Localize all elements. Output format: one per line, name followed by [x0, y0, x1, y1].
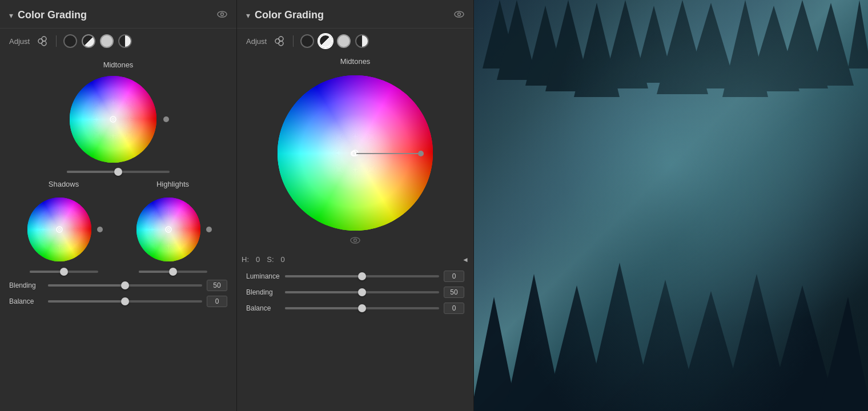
panel1-adjust-row: Adjust — [0, 29, 236, 54]
panel1-blending-slider[interactable] — [48, 284, 202, 287]
panel2-content: Midtones H: — [237, 54, 473, 411]
midtones-lum-slider[interactable] — [67, 171, 170, 173]
midtones-wheel[interactable] — [67, 74, 159, 165]
panel2-visibility-icon[interactable] — [454, 10, 464, 21]
svg-point-10 — [351, 237, 360, 243]
panel2-luminance-label: Luminance — [246, 272, 280, 280]
svg-marker-16 — [545, 0, 591, 91]
svg-marker-13 — [483, 0, 517, 68]
highlights-btn[interactable] — [100, 34, 114, 48]
highlights-handle[interactable] — [206, 227, 212, 232]
adjust-icon[interactable] — [37, 36, 49, 46]
svg-point-1 — [221, 13, 224, 15]
panel1-blending-value[interactable]: 50 — [207, 280, 227, 291]
svg-marker-35 — [819, 297, 868, 411]
svg-marker-32 — [677, 291, 745, 411]
svg-point-0 — [218, 11, 227, 17]
panel2-adjust-row: Adjust — [237, 29, 473, 54]
svg-point-4 — [42, 41, 46, 46]
svg-marker-34 — [768, 285, 837, 411]
highlights-wheel[interactable] — [134, 195, 203, 264]
panel1-balance-slider[interactable] — [48, 300, 202, 303]
panel1-content: Midtones Shadows — [0, 54, 236, 411]
panel2: ▾ Color Grading Adjust Midtones — [237, 0, 474, 411]
svg-marker-19 — [634, 6, 674, 83]
panel2-title: Color Grading — [255, 9, 324, 21]
h-value: 0 — [256, 255, 260, 264]
svg-point-8 — [279, 37, 283, 41]
svg-point-11 — [354, 239, 357, 242]
shadows-wheel[interactable] — [25, 195, 94, 264]
h-label: H: — [242, 255, 249, 264]
panel2-luminance-value[interactable]: 0 — [444, 271, 464, 282]
panel2-balance-slider[interactable] — [285, 307, 439, 309]
divider1 — [56, 35, 57, 47]
svg-marker-28 — [505, 274, 562, 411]
panel1-balance-label: Balance — [9, 297, 43, 305]
s-label: S: — [267, 255, 274, 264]
split-btn[interactable] — [118, 34, 132, 48]
panel1-title: Color Grading — [18, 9, 87, 21]
panel2-luminance-slider[interactable] — [285, 275, 439, 277]
panel2-balance-label: Balance — [246, 304, 280, 312]
svg-marker-25 — [808, 3, 854, 86]
panel2-adjust-icon[interactable] — [274, 36, 286, 46]
panel2-collapse-arrow[interactable]: ▾ — [246, 11, 250, 20]
midtones-wheel-container — [67, 74, 169, 165]
highlights-group: Highlights — [134, 180, 212, 273]
panel2-handle-end[interactable] — [418, 151, 424, 156]
highlights-label: Highlights — [156, 180, 189, 188]
panel2-adjust-label: Adjust — [246, 37, 267, 46]
panel2-shadows-btn[interactable] — [300, 34, 314, 48]
panel2-split-btn[interactable] — [355, 34, 369, 48]
svg-marker-30 — [585, 263, 654, 411]
svg-marker-20 — [657, 0, 708, 94]
panel2-midtones-btn[interactable] — [319, 34, 332, 48]
panel2-wheel-eye[interactable] — [350, 236, 360, 246]
background-image — [474, 0, 868, 411]
panel2-balance-value[interactable]: 0 — [444, 303, 464, 314]
panel2-handle-line — [356, 153, 418, 154]
panel1-balance-value[interactable]: 0 — [207, 296, 227, 307]
shadows-handle[interactable] — [97, 227, 103, 232]
svg-marker-33 — [722, 274, 791, 411]
hs-arrow[interactable]: ◄ — [462, 256, 469, 264]
shadows-lum-slider[interactable] — [30, 271, 98, 273]
midtones-section: Midtones — [9, 61, 227, 173]
svg-point-5 — [455, 11, 464, 17]
panel2-title-group: ▾ Color Grading — [246, 9, 324, 21]
panel2-blending-slider[interactable] — [285, 291, 439, 293]
svg-marker-26 — [848, 0, 868, 68]
highlights-lum-slider[interactable] — [139, 271, 207, 273]
svg-marker-22 — [722, 0, 768, 97]
panel1-balance-row: Balance 0 — [9, 296, 227, 307]
panel1-blending-row: Blending 50 — [9, 280, 227, 291]
panel2-highlights-btn[interactable] — [337, 34, 351, 48]
panel2-header: ▾ Color Grading — [237, 0, 473, 29]
svg-marker-14 — [497, 0, 537, 80]
forest-svg — [474, 0, 868, 411]
svg-marker-17 — [574, 3, 620, 97]
midtones-btn[interactable] — [82, 34, 95, 48]
panel1-visibility-icon[interactable] — [217, 10, 227, 21]
svg-marker-29 — [545, 285, 608, 411]
svg-marker-24 — [777, 0, 828, 88]
svg-marker-27 — [474, 297, 517, 411]
panel1-collapse-arrow[interactable]: ▾ — [9, 11, 13, 20]
panel2-handle-dot[interactable] — [351, 151, 356, 156]
midtones-handle[interactable] — [163, 116, 169, 122]
svg-marker-23 — [748, 6, 799, 91]
svg-marker-21 — [685, 3, 737, 88]
panel1-header: ▾ Color Grading — [0, 0, 236, 29]
shadows-group: Shadows — [25, 180, 103, 273]
panel2-blending-value[interactable]: 50 — [444, 287, 464, 298]
shadows-btn[interactable] — [63, 34, 77, 48]
shadows-label: Shadows — [49, 180, 79, 188]
panel1: ▾ Color Grading Adjust Midtones — [0, 0, 237, 411]
svg-marker-18 — [602, 0, 648, 88]
panel2-midtones-label: Midtones — [340, 57, 371, 66]
panel1-adjust-label: Adjust — [9, 37, 30, 46]
panel2-balance-row: Balance 0 — [246, 303, 464, 314]
panel1-blending-label: Blending — [9, 281, 43, 289]
small-wheels-row: Shadows Highlights — [9, 180, 227, 273]
